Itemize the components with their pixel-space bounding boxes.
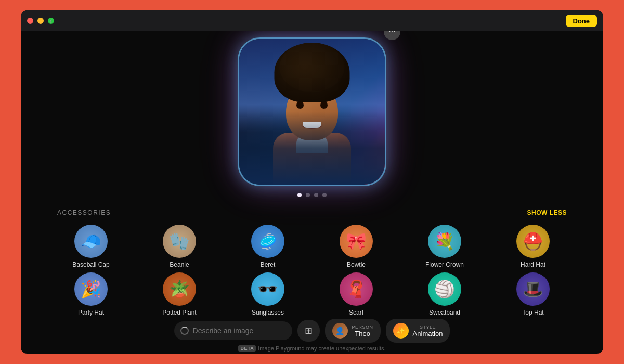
accessories-grid: 🧢 Baseball Cap 🧤 Beanie 🥏 Beret 🎀 Bowtie… <box>52 225 572 316</box>
dot-3[interactable] <box>314 193 318 197</box>
done-button[interactable]: Done <box>566 15 597 27</box>
top-hat-icon: 🎩 <box>516 272 550 306</box>
bowtie-label: Bowtie <box>347 261 366 268</box>
titlebar: ‹ Done <box>21 10 603 31</box>
accessories-title: ACCESSORIES <box>57 209 111 216</box>
baseball-cap-label: Baseball Cap <box>72 261 109 268</box>
party-hat-icon: 🎉 <box>74 272 108 306</box>
flower-crown-icon: 💐 <box>428 225 461 258</box>
person-avatar: 👤 <box>332 323 348 339</box>
minimize-button[interactable] <box>37 18 44 24</box>
scarf-label: Scarf <box>349 309 363 316</box>
style-pill-text: STYLE Animation <box>413 324 443 337</box>
accessory-beret[interactable]: 🥏 Beret <box>251 225 284 268</box>
describe-input[interactable] <box>174 321 292 340</box>
party-hat-label: Party Hat <box>78 309 104 316</box>
dot-2[interactable] <box>306 193 310 197</box>
person-pill-text: PERSON Theo <box>352 324 373 337</box>
accessory-top-hat[interactable]: 🎩 Top Hat <box>516 272 550 316</box>
generated-image <box>239 39 385 185</box>
hard-hat-label: Hard Hat <box>521 261 545 268</box>
beanie-icon: 🧤 <box>163 225 196 258</box>
accessory-sweatband[interactable]: 🏐 Sweatband <box>428 272 461 316</box>
accessory-hard-hat[interactable]: ⛑️ Hard Hat <box>516 225 550 268</box>
flower-crown-label: Flower Crown <box>425 261 464 268</box>
mountain-background <box>239 112 385 185</box>
person-pill[interactable]: 👤 PERSON Theo <box>325 319 381 343</box>
beanie-label: Beanie <box>170 261 189 268</box>
person-value: Theo <box>352 330 373 337</box>
more-options-button[interactable]: ··· <box>384 31 400 40</box>
top-hat-label: Top Hat <box>522 309 543 316</box>
beret-label: Beret <box>261 261 276 268</box>
dot-4[interactable] <box>322 193 327 197</box>
accessory-flower-crown[interactable]: 💐 Flower Crown <box>425 225 464 268</box>
sweatband-label: Sweatband <box>429 309 460 316</box>
accessory-baseball-cap[interactable]: 🧢 Baseball Cap <box>72 225 109 268</box>
image-picker-button[interactable]: ⊞ <box>297 320 320 342</box>
image-dots <box>297 193 327 197</box>
image-container: ··· <box>239 39 385 185</box>
show-less-button[interactable]: SHOW LESS <box>527 209 567 216</box>
close-button[interactable] <box>27 18 33 24</box>
sweatband-icon: 🏐 <box>428 272 461 306</box>
baseball-cap-icon: 🧢 <box>74 225 108 258</box>
accessory-sunglasses[interactable]: 🕶️ Sunglasses <box>251 272 284 316</box>
back-button[interactable]: ‹ <box>49 16 53 27</box>
ellipsis-icon: ··· <box>388 31 395 36</box>
content-area: ··· <box>21 31 603 354</box>
sunglasses-label: Sunglasses <box>252 309 284 316</box>
style-pill[interactable]: ✨ STYLE Animation <box>386 319 450 343</box>
accessory-scarf[interactable]: 🧣 Scarf <box>340 272 373 316</box>
scarf-icon: 🧣 <box>340 272 373 306</box>
input-wrapper <box>174 321 292 340</box>
accessory-potted-plant[interactable]: 🪴 Potted Plant <box>162 272 196 316</box>
bottom-bar: ⊞ 👤 PERSON Theo ✨ STYLE Animation <box>164 316 461 345</box>
accessory-bowtie[interactable]: 🎀 Bowtie <box>340 225 373 268</box>
image-icon: ⊞ <box>305 326 313 336</box>
accessories-section: ACCESSORIES SHOW LESS 🧢 Baseball Cap 🧤 B… <box>21 209 603 316</box>
beta-notice: BETA Image Playground may create unexpec… <box>238 345 385 354</box>
accessory-party-hat[interactable]: 🎉 Party Hat <box>74 272 108 316</box>
person-label: PERSON <box>352 324 373 330</box>
accessory-beanie[interactable]: 🧤 Beanie <box>163 225 196 268</box>
beret-icon: 🥏 <box>251 225 284 258</box>
sunglasses-icon: 🕶️ <box>251 272 284 306</box>
potted-plant-label: Potted Plant <box>162 309 196 316</box>
style-label: STYLE <box>413 324 443 330</box>
hard-hat-icon: ⛑️ <box>516 225 550 258</box>
potted-plant-icon: 🪴 <box>163 272 196 306</box>
beta-badge: BETA <box>238 345 256 352</box>
accessories-header: ACCESSORIES SHOW LESS <box>52 209 572 216</box>
bowtie-icon: 🎀 <box>340 225 373 258</box>
image-area: ··· <box>21 31 603 209</box>
style-avatar: ✨ <box>393 323 409 339</box>
main-window: ‹ Done ··· <box>21 10 603 354</box>
style-value: Animation <box>413 330 443 337</box>
dot-1[interactable] <box>297 193 302 197</box>
beta-text: Image Playground may create unexpected r… <box>258 345 385 352</box>
